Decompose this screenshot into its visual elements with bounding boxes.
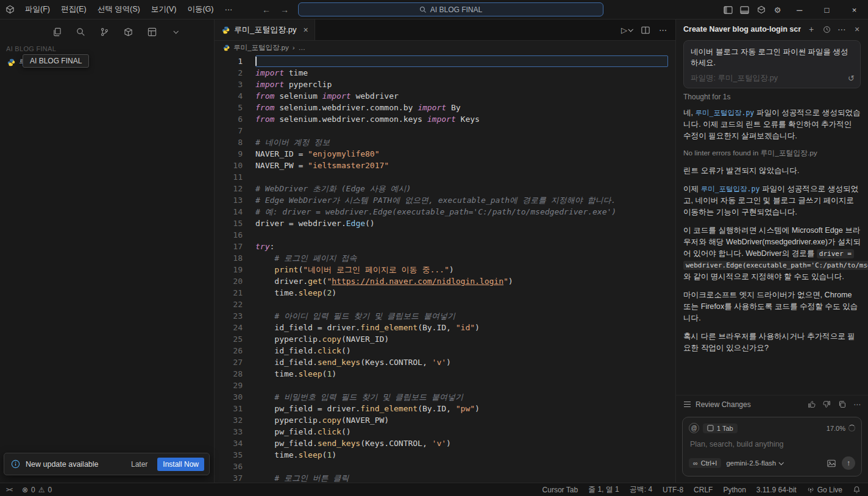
code-line[interactable]: 5from selenium.webdriver.common.by impor… [215, 102, 675, 113]
code-line[interactable]: 2import time [215, 67, 675, 79]
tab-close-icon[interactable]: × [304, 25, 308, 35]
code-line[interactable]: 24 id_field = driver.find_element(By.ID,… [215, 322, 675, 333]
chat-close-icon[interactable]: × [852, 24, 862, 34]
code-line[interactable]: 11 [215, 171, 675, 183]
menu-item-5[interactable]: ⋯ [219, 3, 238, 16]
code-line[interactable]: 6from selenium.webdriver.common.keys imp… [215, 113, 675, 125]
code-line[interactable]: 31 pw_field = driver.find_element(By.ID,… [215, 403, 675, 414]
code-line[interactable]: 1 [215, 55, 675, 67]
statusbar-item-4[interactable]: CRLF [694, 486, 713, 494]
code-line[interactable]: 30 # 비밀번호 입력 필드 찾기 및 클립보드 붙여넣기 [215, 391, 675, 403]
editor-more-actions-icon[interactable]: ⋯ [659, 26, 667, 35]
new-chat-icon[interactable]: + [806, 24, 816, 34]
chat-input-box[interactable]: @ 1 Tab 17.0% Plan, search, build anythi… [682, 417, 862, 477]
menu-item-4[interactable]: 이동(G) [182, 2, 219, 16]
nav-back-icon[interactable]: ← [262, 5, 271, 15]
code-line[interactable]: 26 id_field.click() [215, 345, 675, 356]
thumbs-up-icon[interactable] [808, 400, 816, 408]
statusbar-item-2[interactable]: 공백: 4 [630, 484, 652, 495]
notifications-bell-icon[interactable] [853, 486, 861, 494]
sidebar-tab-extensions[interactable] [123, 26, 133, 37]
code-line[interactable]: 14# 예: driver = webdriver.Edge(executabl… [215, 206, 675, 218]
window-minimize-button[interactable]: ─ [786, 0, 813, 19]
code-line[interactable]: 22 [215, 299, 675, 310]
statusbar-item-5[interactable]: Python [723, 486, 745, 494]
code-line[interactable]: 37 # 로그인 버튼 클릭 [215, 472, 675, 483]
code-line[interactable]: 35 time.sleep(1) [215, 449, 675, 461]
problems-indicator[interactable]: ⊗ 0 ⚠ 0 [18, 486, 55, 494]
menu-item-3[interactable]: 보기(V) [146, 2, 182, 16]
code-line[interactable]: 9NAVER_ID = "enjoymylife80" [215, 148, 675, 160]
inline-file-reference[interactable]: 루미_포털입장.py [695, 108, 755, 117]
breadcrumb-more[interactable]: … [299, 44, 306, 51]
menu-item-1[interactable]: 편집(E) [55, 2, 92, 16]
context-tab-pill[interactable]: 1 Tab [703, 423, 738, 433]
code-line[interactable]: 36 [215, 461, 675, 472]
statusbar-item-6[interactable]: 3.11.9 64-bit [756, 486, 797, 494]
code-line[interactable]: 12# WebDriver 초기화 (Edge 사용 예시) [215, 183, 675, 194]
extensions-cube-icon[interactable] [753, 2, 769, 18]
chat-input-placeholder[interactable]: Plan, search, build anything [690, 440, 854, 448]
run-python-button[interactable]: ▷ [621, 26, 632, 35]
settings-gear-icon[interactable]: ⚙ [769, 2, 786, 18]
code-line[interactable]: 15driver = webdriver.Edge() [215, 218, 675, 229]
model-selector[interactable]: gemini-2.5-flash [726, 459, 783, 467]
split-editor-icon[interactable] [641, 26, 650, 34]
sidebar-tab-source-control[interactable] [99, 26, 110, 37]
mention-icon[interactable]: @ [689, 423, 699, 433]
code-editor[interactable]: 12import time3import pyperclip4from sele… [215, 54, 675, 483]
code-line[interactable]: 32 pyperclip.copy(NAVER_PW) [215, 414, 675, 426]
later-button[interactable]: Later [127, 458, 152, 470]
editor-tab-active[interactable]: 루미_포털입장.py × [215, 19, 315, 40]
code-line[interactable]: 8# 네이버 계정 정보 [215, 136, 675, 148]
code-line[interactable]: 29 [215, 380, 675, 391]
sidebar-tab-panels[interactable] [146, 26, 157, 37]
sidebar-tab-explorer[interactable] [51, 26, 62, 37]
toggle-panel-icon[interactable] [736, 2, 753, 18]
statusbar-item-1[interactable]: 줄 1, 열 1 [588, 484, 619, 495]
inline-file-reference[interactable]: 루미_포털입장.py [701, 185, 760, 193]
code-line[interactable]: 27 id_field.send_keys(Keys.CONTROL, 'v') [215, 356, 675, 368]
code-line[interactable]: 21 time.sleep(2) [215, 287, 675, 299]
go-live-button[interactable]: Go Live [807, 486, 842, 494]
thought-duration-label[interactable]: Thought for 1s [683, 93, 861, 101]
menu-item-2[interactable]: 선택 영역(S) [92, 2, 146, 16]
code-line[interactable]: 4from selenium import webdriver [215, 90, 675, 102]
code-line[interactable]: 19 print("네이버 로그인 페이지로 이동 중...") [215, 264, 675, 275]
code-line[interactable]: 33 pw_field.click() [215, 426, 675, 438]
command-search-box[interactable]: AI BLOG FINAL [298, 2, 603, 16]
agent-mode-pill[interactable]: ∞ Ctrl+I [689, 458, 721, 468]
copy-message-icon[interactable] [838, 400, 846, 408]
code-line[interactable]: 20 driver.get("https://nid.naver.com/nid… [215, 275, 675, 287]
sidebar-tabs-more-icon[interactable] [170, 26, 181, 37]
install-now-button[interactable]: Install Now [157, 458, 204, 471]
chat-more-icon[interactable]: ⋯ [837, 24, 847, 34]
breadcrumb[interactable]: 루미_포털입장.py › … [215, 41, 675, 54]
code-line[interactable]: 13# Edge WebDriver가 시스템 PATH에 없으면, execu… [215, 194, 675, 206]
remote-indicator[interactable]: >< [0, 483, 18, 496]
attach-image-icon[interactable] [827, 459, 836, 467]
app-logo-icon[interactable] [0, 5, 20, 14]
code-line[interactable]: 34 pw_field.send_keys(Keys.CONTROL, 'v') [215, 438, 675, 449]
explorer-section-header[interactable]: AI BLOG FINAL [0, 44, 214, 55]
thumbs-down-icon[interactable] [823, 400, 831, 408]
review-changes-label[interactable]: Review Changes [695, 400, 751, 409]
menu-item-0[interactable]: 파일(F) [20, 2, 55, 16]
send-button[interactable]: ↑ [842, 456, 855, 470]
user-message[interactable]: 네이버 블로그 자동 로그인 파이썬 파일을 생성하세요.파일명: 루미_포털입… [683, 40, 861, 88]
code-line[interactable]: 23 # 아이디 입력 필드 찾기 및 클립보드 붙여넣기 [215, 310, 675, 322]
code-line[interactable]: 28 time.sleep(1) [215, 368, 675, 380]
code-line[interactable]: 7 [215, 125, 675, 136]
statusbar-item-3[interactable]: UTF-8 [663, 486, 683, 494]
window-close-button[interactable]: × [841, 0, 868, 19]
code-line[interactable]: 10NAVER_PW = "ieltsmaster2017" [215, 160, 675, 171]
restore-checkpoint-icon[interactable]: ↺ [848, 73, 855, 84]
chat-history-icon[interactable] [822, 26, 831, 34]
statusbar-item-0[interactable]: Cursor Tab [542, 486, 578, 494]
sidebar-tab-search[interactable] [75, 26, 86, 37]
code-line[interactable]: 3import pyperclip [215, 79, 675, 90]
toggle-sidebar-icon[interactable] [720, 2, 736, 18]
code-line[interactable]: 16 [215, 229, 675, 241]
code-line[interactable]: 18 # 로그인 페이지 접속 [215, 252, 675, 264]
code-line[interactable]: 17try: [215, 241, 675, 252]
